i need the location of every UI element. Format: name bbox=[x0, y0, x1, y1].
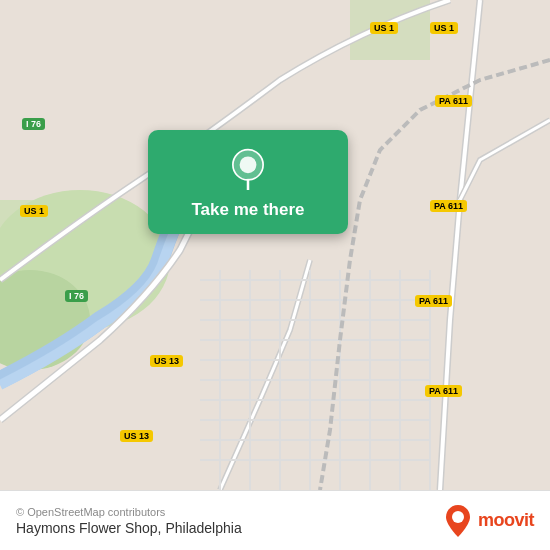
attribution-text: © OpenStreetMap contributors bbox=[16, 506, 242, 518]
badge-us13-b2: US 13 bbox=[120, 430, 153, 442]
badge-us13-bm: US 13 bbox=[150, 355, 183, 367]
badge-i76-tl: I 76 bbox=[22, 118, 45, 130]
badge-i76-bl: I 76 bbox=[65, 290, 88, 302]
badge-pa611-mr: PA 611 bbox=[430, 200, 467, 212]
bottom-bar: © OpenStreetMap contributors Haymons Flo… bbox=[0, 490, 550, 550]
moovit-brand-label: moovit bbox=[478, 510, 534, 531]
badge-us1-l: US 1 bbox=[20, 205, 48, 217]
map-container: Take me there I 76 US 1 US 1 PA 611 PA 6… bbox=[0, 0, 550, 490]
bottom-info: © OpenStreetMap contributors Haymons Flo… bbox=[16, 506, 242, 536]
moovit-logo: moovit bbox=[442, 503, 534, 539]
take-me-there-button[interactable]: Take me there bbox=[191, 200, 304, 220]
svg-point-24 bbox=[240, 156, 257, 173]
svg-point-25 bbox=[452, 511, 464, 523]
location-pin-icon bbox=[227, 148, 269, 190]
location-text: Haymons Flower Shop, Philadelphia bbox=[16, 520, 242, 536]
badge-us1-tr1: US 1 bbox=[370, 22, 398, 34]
moovit-pin-icon bbox=[442, 503, 474, 539]
badge-pa611-mr2: PA 611 bbox=[415, 295, 452, 307]
badge-pa611-tr: PA 611 bbox=[435, 95, 472, 107]
badge-pa611-br: PA 611 bbox=[425, 385, 462, 397]
badge-us1-tr2: US 1 bbox=[430, 22, 458, 34]
popup-card: Take me there bbox=[148, 130, 348, 234]
